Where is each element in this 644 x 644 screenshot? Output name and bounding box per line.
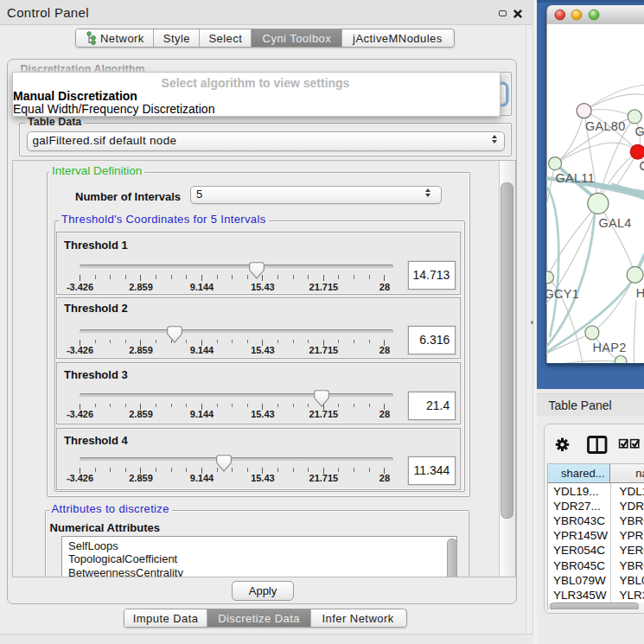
- svg-text:HIS: HIS: [635, 286, 644, 300]
- svg-text:HAP2: HAP2: [592, 341, 626, 354]
- svg-text:GCY1: GCY1: [546, 287, 579, 301]
- svg-text:GAL11: GAL11: [555, 171, 595, 185]
- svg-text:GAL4: GAL4: [598, 216, 631, 230]
- svg-text:GAL80: GAL80: [585, 119, 626, 133]
- svg-text:CY: CY: [639, 159, 644, 173]
- svg-text:GAL: GAL: [634, 124, 644, 138]
